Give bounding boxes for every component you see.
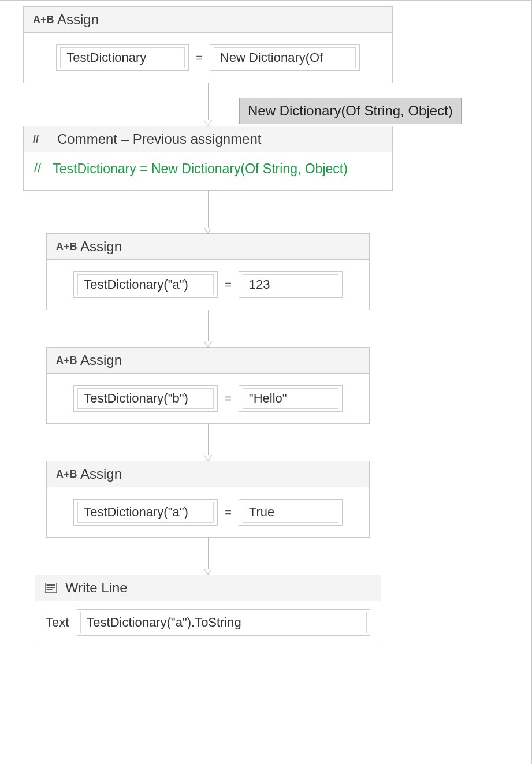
activity-body: TestDictionary("a") = True <box>47 487 369 537</box>
activity-body: TestDictionary("a") = 123 <box>47 260 369 310</box>
activity-header: // Comment – Previous assignment <box>24 126 392 152</box>
activity-header: A+B Assign <box>47 348 369 374</box>
flow-arrow <box>207 538 209 575</box>
activity-header: A+B Assign <box>47 234 369 260</box>
comment-body-prefix: // <box>34 159 41 176</box>
assign-icon: A+B <box>56 355 72 367</box>
svg-rect-1 <box>47 584 55 586</box>
activity-body: Text TestDictionary("a").ToString <box>35 601 381 644</box>
comment-icon: // <box>33 133 49 146</box>
equals-label: = <box>224 278 233 292</box>
assign-activity-4[interactable]: A+B Assign TestDictionary("a") = True <box>46 461 370 538</box>
flow-arrow <box>207 424 209 461</box>
svg-rect-2 <box>47 587 55 588</box>
activity-title: Assign <box>80 238 122 255</box>
equals-label: = <box>195 51 204 65</box>
expression-text: TestDictionary("a") <box>77 274 214 295</box>
activity-body: TestDictionary = New Dictionary(Of <box>24 33 392 83</box>
assign-icon: A+B <box>56 468 72 480</box>
assign-right-expression[interactable]: "Hello" <box>239 385 343 412</box>
expression-tooltip: New Dictionary(Of String, Object) <box>239 98 462 124</box>
assign-left-expression[interactable]: TestDictionary("a") <box>73 271 218 298</box>
activity-title: Assign <box>57 12 99 28</box>
expression-text: TestDictionary <box>60 47 185 68</box>
assign-icon: A+B <box>33 14 49 26</box>
assign-left-expression[interactable]: TestDictionary("b") <box>73 385 218 412</box>
write-line-activity[interactable]: Write Line Text TestDictionary("a").ToSt… <box>35 575 381 644</box>
activity-title: Assign <box>80 466 122 482</box>
activity-title: Write Line <box>65 580 128 596</box>
expression-text: True <box>243 502 338 523</box>
assign-activity-3[interactable]: A+B Assign TestDictionary("b") = "Hello" <box>46 347 370 424</box>
flow-arrow <box>207 191 209 233</box>
assign-activity-2[interactable]: A+B Assign TestDictionary("a") = 123 <box>46 233 370 310</box>
write-line-text-input[interactable]: TestDictionary("a").ToString <box>77 609 370 636</box>
assign-right-expression[interactable]: 123 <box>239 271 343 298</box>
activity-title: Comment – Previous assignment <box>57 131 261 147</box>
activity-header: A+B Assign <box>47 461 369 487</box>
expression-text: TestDictionary("a").ToString <box>80 612 367 633</box>
assign-right-expression[interactable]: New Dictionary(Of <box>210 44 360 71</box>
assign-icon: A+B <box>56 241 72 253</box>
activity-body: // TestDictionary = New Dictionary(Of St… <box>24 152 392 190</box>
expression-text: TestDictionary("a") <box>77 502 214 523</box>
assign-activity-1[interactable]: A+B Assign TestDictionary = New Dictiona… <box>23 6 393 83</box>
expression-text: New Dictionary(Of <box>214 47 356 68</box>
expression-text: "Hello" <box>243 388 338 409</box>
comment-body-text: TestDictionary = New Dictionary(Of Strin… <box>53 159 348 178</box>
activity-body: TestDictionary("b") = "Hello" <box>47 374 369 423</box>
flow-arrow <box>207 310 209 347</box>
flow-arrow <box>207 83 209 126</box>
tooltip-text: New Dictionary(Of String, Object) <box>248 103 453 118</box>
write-line-text-label: Text <box>46 615 69 630</box>
write-line-icon <box>44 582 57 594</box>
activity-title: Assign <box>80 352 122 368</box>
svg-rect-3 <box>47 589 53 590</box>
comment-activity[interactable]: // Comment – Previous assignment // Test… <box>23 126 393 191</box>
workflow-canvas[interactable]: A+B Assign TestDictionary = New Dictiona… <box>0 0 532 764</box>
assign-left-expression[interactable]: TestDictionary <box>56 44 189 71</box>
assign-left-expression[interactable]: TestDictionary("a") <box>73 499 218 526</box>
equals-label: = <box>224 392 233 405</box>
activity-header: A+B Assign <box>24 7 392 33</box>
expression-text: TestDictionary("b") <box>77 388 214 409</box>
assign-right-expression[interactable]: True <box>239 499 343 526</box>
expression-text: 123 <box>243 274 338 295</box>
equals-label: = <box>224 506 233 519</box>
activity-header: Write Line <box>35 575 381 601</box>
